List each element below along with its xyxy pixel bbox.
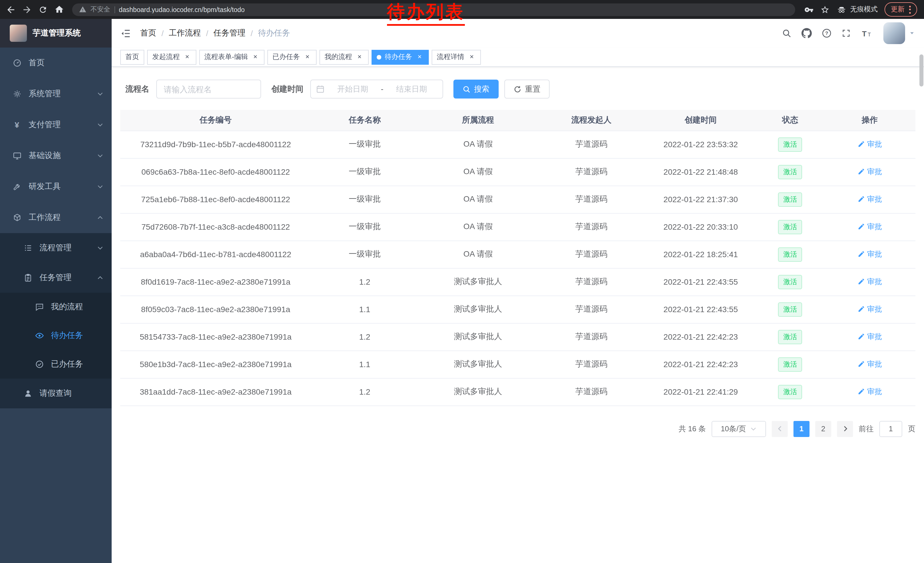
breadcrumb-separator: / [251, 29, 253, 38]
process-name-label: 流程名 [125, 84, 149, 94]
page-size-select[interactable]: 10条/页 [712, 421, 766, 437]
close-tab-icon[interactable]: × [251, 53, 260, 61]
prev-page-button[interactable] [772, 421, 788, 437]
fullscreen-icon[interactable] [842, 29, 851, 38]
approve-link[interactable]: 审批 [857, 277, 882, 287]
tab-form-edit[interactable]: 流程表单-编辑 × [199, 50, 264, 65]
tab-label: 发起流程 [152, 52, 180, 62]
approve-link[interactable]: 审批 [857, 194, 882, 204]
infrastructure-icon [12, 151, 22, 161]
tab-label: 待办任务 [385, 52, 412, 62]
page-button-2[interactable]: 2 [815, 421, 831, 437]
approve-link[interactable]: 审批 [857, 139, 882, 150]
tab-todo-task[interactable]: 待办任务 × [372, 50, 429, 65]
close-tab-icon[interactable]: × [468, 53, 476, 61]
sidebar-item-payment[interactable]: ¥ 支付管理 [0, 110, 112, 140]
starter-cell: 芋道源码 [538, 158, 645, 186]
approve-link[interactable]: 审批 [857, 387, 882, 397]
github-icon[interactable] [801, 28, 812, 38]
tab-my-process[interactable]: 我的流程 × [320, 50, 369, 65]
sidebar-item-system[interactable]: 系统管理 [0, 78, 112, 110]
starter-cell: 芋道源码 [538, 350, 645, 378]
sidebar-item-infrastructure[interactable]: 基础设施 [0, 140, 112, 171]
close-tab-icon[interactable]: × [416, 53, 424, 61]
table-section: 任务编号 任务名称 所属流程 流程发起人 创建时间 状态 操作 73211d9d… [112, 110, 924, 406]
process-cell: 测试多审批人 [418, 296, 538, 323]
sidebar-item-home[interactable]: 首页 [0, 48, 112, 78]
menu-kebab-icon[interactable] [909, 6, 911, 14]
payment-icon: ¥ [12, 120, 22, 129]
page-url: dashboard.yudao.iocoder.cn/bpm/task/todo [119, 6, 245, 13]
sidebar-item-done-task[interactable]: 已办任务 [0, 350, 112, 378]
sidebar-item-devtools[interactable]: 研发工具 [0, 171, 112, 202]
task-name-cell: 1.1 [311, 296, 418, 323]
edit-icon [857, 141, 865, 148]
tab-home[interactable]: 首页 [120, 50, 144, 65]
sidebar-item-task-manage[interactable]: 任务管理 [0, 263, 112, 293]
close-tab-icon[interactable]: × [183, 53, 191, 61]
avatar[interactable] [884, 23, 905, 44]
approve-link[interactable]: 审批 [857, 359, 882, 369]
chevron-down-icon [97, 183, 104, 190]
end-date-placeholder[interactable]: 结束日期 [386, 84, 438, 94]
leave-query-icon [22, 389, 33, 398]
sidebar-item-my-process[interactable]: 我的流程 [0, 293, 112, 321]
dashboard-icon [12, 59, 22, 68]
key-icon[interactable] [804, 5, 813, 14]
reset-button[interactable]: 重置 [504, 80, 550, 99]
sidebar-item-workflow[interactable]: 工作流程 [0, 202, 112, 233]
search-button[interactable]: 搜索 [453, 80, 499, 99]
sidebar-item-todo-task[interactable]: 待办任务 [0, 321, 112, 350]
home-icon[interactable] [51, 2, 66, 17]
create-time-cell: 2022-01-22 21:37:30 [645, 186, 756, 213]
tab-process-detail[interactable]: 流程详情 × [432, 50, 481, 65]
date-range-picker[interactable]: 开始日期 - 结束日期 [310, 80, 443, 99]
sidebar-collapse-icon[interactable] [120, 28, 131, 39]
task-id-cell: 725a1eb6-7b88-11ec-8ef0-acde48001122 [120, 186, 311, 213]
breadcrumb-home[interactable]: 首页 [140, 28, 156, 38]
refresh-icon[interactable] [36, 2, 50, 17]
process-cell: OA 请假 [418, 186, 538, 213]
back-icon[interactable] [3, 2, 18, 17]
annotation-text: 待办列表 [387, 1, 465, 26]
tab-start-process[interactable]: 发起流程 × [147, 50, 196, 65]
close-tab-icon[interactable]: × [356, 53, 363, 61]
goto-page-input[interactable] [879, 421, 902, 437]
filter-bar: 流程名 创建时间 开始日期 - 结束日期 搜索 重置 [112, 67, 924, 110]
approve-link[interactable]: 审批 [857, 222, 882, 232]
edit-icon [857, 251, 865, 258]
start-date-placeholder[interactable]: 开始日期 [327, 84, 379, 94]
star-icon[interactable] [820, 5, 830, 14]
sidebar-item-leave-query[interactable]: 请假查询 [0, 378, 112, 408]
sidebar-item-label: 我的流程 [51, 302, 83, 312]
task-id-cell: 75d72608-7b7f-11ec-a3c8-acde48001122 [120, 213, 311, 240]
app-logo[interactable]: 芋道管理系统 [0, 19, 112, 48]
status-cell: 激活 [756, 323, 824, 350]
approve-link[interactable]: 审批 [857, 167, 882, 177]
sidebar-item-process-manage[interactable]: 流程管理 [0, 233, 112, 263]
chevron-left-icon [776, 425, 783, 432]
close-tab-icon[interactable]: × [303, 53, 311, 61]
forward-icon[interactable] [20, 2, 34, 17]
page-scrollbar[interactable] [920, 54, 923, 87]
task-id-cell: 381aa1dd-7ac8-11ec-a9e2-a2380e71991a [120, 378, 311, 405]
next-page-button[interactable] [837, 421, 853, 437]
help-icon[interactable]: ? [822, 28, 832, 38]
update-button[interactable]: 更新 [885, 2, 917, 17]
process-name-input[interactable] [156, 80, 261, 99]
col-process: 所属流程 [418, 110, 538, 131]
approve-link[interactable]: 审批 [857, 304, 882, 314]
page-button-1[interactable]: 1 [794, 421, 810, 437]
search-icon[interactable] [782, 29, 792, 38]
font-size-icon[interactable]: TT [861, 28, 873, 39]
create-time-cell: 2022-01-22 23:53:32 [645, 131, 756, 158]
user-menu[interactable] [884, 23, 915, 44]
approve-link[interactable]: 审批 [857, 332, 882, 342]
tab-done-task[interactable]: 已办任务 × [267, 50, 316, 65]
edit-icon [857, 360, 865, 368]
tab-label: 流程详情 [437, 52, 464, 62]
sidebar-item-label: 支付管理 [28, 120, 61, 130]
approve-link[interactable]: 审批 [857, 249, 882, 260]
task-name-cell: 1.1 [311, 350, 418, 378]
table-row: 73211d9d-7b9b-11ec-b5b7-acde48001122 一级审… [120, 131, 915, 158]
